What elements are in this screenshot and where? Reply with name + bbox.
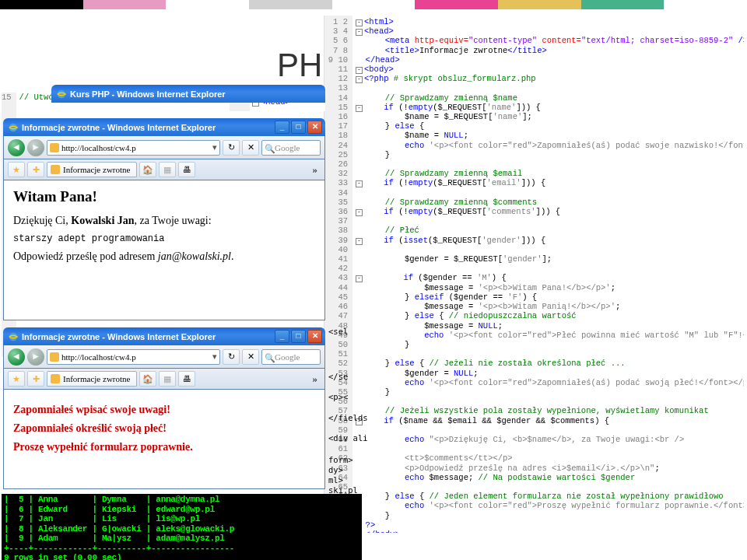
ie1-navbar: ◄ ► http://localhost/cw4.p ▾ ↻ ✕ 🔍 Googl… xyxy=(3,136,325,159)
google-icon: 🔍 xyxy=(265,144,272,152)
close-button[interactable]: ✕ xyxy=(307,121,322,134)
code-fragment: ml> xyxy=(328,475,343,485)
refresh-button[interactable]: ↻ xyxy=(223,349,240,365)
greeting-heading: Witam Pana! xyxy=(13,188,315,205)
minimize-button[interactable]: _ xyxy=(275,121,289,134)
ie-icon xyxy=(8,331,19,342)
page-favicon xyxy=(50,352,59,362)
add-favorites-button[interactable]: ✚ xyxy=(27,371,44,387)
ie-titlebar-kursphp[interactable]: Kurs PHP - Windows Internet Explorer xyxy=(51,85,325,103)
refresh-button[interactable]: ↻ xyxy=(223,140,240,156)
google-icon: 🔍 xyxy=(265,353,272,361)
stop-button[interactable]: ✕ xyxy=(242,140,259,156)
window-title: Informacje zwrotne - Windows Internet Ex… xyxy=(22,123,216,132)
close-button[interactable]: ✕ xyxy=(307,330,322,343)
dropdown-icon[interactable]: ▾ xyxy=(212,352,217,362)
forward-button[interactable]: ► xyxy=(27,139,44,156)
toolbar-overflow[interactable]: » xyxy=(313,373,321,385)
error-fill-form: Proszę wypełnić formularz poprawnie. xyxy=(13,441,315,453)
page-favicon xyxy=(51,374,60,383)
code-fragment: </se xyxy=(328,372,348,381)
toolbar-overflow[interactable]: » xyxy=(313,163,321,176)
home-button[interactable]: 🏠 xyxy=(139,162,156,177)
source-code: -<html> -<head> <meta http-equiv="conten… xyxy=(352,16,744,533)
ie2-tabbar: ★ ✚ Informacje zwrotne 🏠 ▦ 🖶 » xyxy=(3,369,325,390)
reply-line: Odpowiedź prześlę pod adresem jan@kowals… xyxy=(13,250,315,263)
code-fragment: <sel xyxy=(328,327,348,336)
search-box[interactable]: 🔍 Google xyxy=(261,140,321,156)
favorites-button[interactable]: ★ xyxy=(8,162,25,177)
ie1-content: Witam Pana! Dziękuję Ci, Kowalski Jan, z… xyxy=(3,180,325,320)
maximize-button[interactable]: □ xyxy=(291,121,306,134)
minimize-button[interactable]: _ xyxy=(275,330,289,343)
code-fragment: <p>< xyxy=(328,392,348,401)
code-fragment: form> xyxy=(328,455,353,464)
back-button[interactable]: ◄ xyxy=(8,139,25,156)
add-favorites-button[interactable]: ✚ xyxy=(27,162,44,177)
print-button[interactable]: 🖶 xyxy=(178,371,195,387)
forward-button[interactable]: ► xyxy=(27,348,44,366)
feed-button[interactable]: ▦ xyxy=(159,371,176,387)
svg-point-0 xyxy=(58,89,66,98)
comments-text: starszy adept programowania xyxy=(13,233,315,244)
error-missing-comments: Zapomniałeś wpisać swoje uwagi! xyxy=(13,404,315,416)
home-button[interactable]: 🏠 xyxy=(139,371,156,387)
ie2-titlebar[interactable]: Informacje zwrotne - Windows Internet Ex… xyxy=(3,327,325,345)
ie1-titlebar[interactable]: Informacje zwrotne - Windows Internet Ex… xyxy=(3,118,325,136)
page-favicon xyxy=(51,165,60,174)
address-bar[interactable]: http://localhost/cw4.p ▾ xyxy=(47,140,220,156)
back-button[interactable]: ◄ xyxy=(8,348,25,366)
svg-point-1 xyxy=(9,123,18,131)
code-fragment: <div ali xyxy=(328,433,368,443)
thanks-line: Dziękuję Ci, Kowalski Jan, za Twoje uwag… xyxy=(13,215,315,227)
code-fragment: </fields xyxy=(328,413,368,422)
ie-icon xyxy=(8,122,19,133)
search-box[interactable]: 🔍 Google xyxy=(261,349,321,365)
feed-button[interactable]: ▦ xyxy=(159,162,176,177)
window-title: Informacje zwrotne - Windows Internet Ex… xyxy=(22,332,216,341)
window-title: Kurs PHP - Windows Internet Explorer xyxy=(70,89,226,99)
stop-button[interactable]: ✕ xyxy=(242,349,259,365)
svg-point-2 xyxy=(9,332,18,341)
error-missing-gender: Zapomniałeś określić swoją płeć! xyxy=(13,422,315,435)
ie-icon xyxy=(56,89,67,100)
dropdown-icon[interactable]: ▾ xyxy=(212,142,217,152)
decorative-color-bar xyxy=(0,0,747,9)
maximize-button[interactable]: □ xyxy=(291,330,306,343)
tab-informacje[interactable]: Informacje zwrotne xyxy=(47,162,137,177)
favorites-button[interactable]: ★ xyxy=(8,371,25,387)
mysql-terminal: | 5 | Anna | Dymna | anna@dymna.pl | 6 |… xyxy=(2,494,362,560)
print-button[interactable]: 🖶 xyxy=(178,162,195,177)
page-favicon xyxy=(50,143,59,152)
address-bar[interactable]: http://localhost/cw4.p ▾ xyxy=(47,349,220,365)
ie2-navbar: ◄ ► http://localhost/cw4.p ▾ ↻ ✕ 🔍 Googl… xyxy=(3,345,325,369)
code-fragment: dy> xyxy=(328,465,343,474)
php-source-editor: 1 2 3 4 5 6 7 8 9 10 11 12 13 14 15 16 1… xyxy=(324,16,744,533)
ie2-content: Zapomniałeś wpisać swoje uwagi! Zapomnia… xyxy=(3,390,325,489)
tab-informacje[interactable]: Informacje zwrotne xyxy=(47,371,137,387)
ie1-tabbar: ★ ✚ Informacje zwrotne 🏠 ▦ 🖶 » xyxy=(3,159,325,180)
